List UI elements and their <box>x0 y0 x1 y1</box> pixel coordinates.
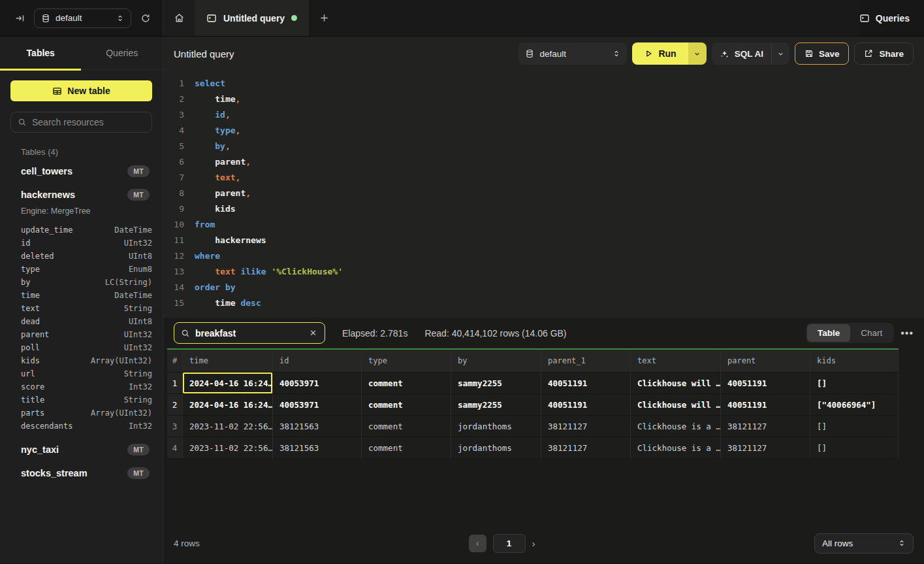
view-toggle-chart[interactable]: Chart <box>850 324 893 342</box>
results-search-input[interactable] <box>195 328 303 339</box>
code-line[interactable]: 9kids <box>163 201 924 217</box>
column-header[interactable]: # <box>167 350 183 373</box>
new-table-label: New table <box>67 86 110 96</box>
table-list-item[interactable]: hackernewsMT <box>10 183 152 207</box>
table-cell[interactable]: Clickhouse will … <box>631 394 721 416</box>
home-tab-button[interactable] <box>163 0 195 36</box>
table-cell[interactable]: [] <box>810 416 899 437</box>
table-cell[interactable]: comment <box>362 437 451 459</box>
table-cell[interactable]: jordanthoms <box>451 416 541 437</box>
new-tab-button[interactable] <box>309 0 339 36</box>
code-token: select <box>195 78 225 88</box>
row-index[interactable]: 2 <box>167 394 183 416</box>
table-cell[interactable]: 38121127 <box>721 437 810 459</box>
code-line[interactable]: 7text, <box>163 170 924 186</box>
table-cell[interactable]: Clickhouse is a … <box>631 437 721 459</box>
table-cell[interactable]: sammy2255 <box>451 373 541 394</box>
sidebar-tab-tables[interactable]: Tables <box>0 37 82 69</box>
table-cell[interactable]: comment <box>362 416 451 437</box>
table-cell[interactable]: 38121127 <box>721 416 810 437</box>
table-cell[interactable]: 40051191 <box>721 394 810 416</box>
run-options-button[interactable] <box>688 42 707 65</box>
sidebar-tab-queries[interactable]: Queries <box>82 37 163 69</box>
code-line[interactable]: 3id, <box>163 107 924 123</box>
sidebar-search-input[interactable] <box>32 117 145 127</box>
new-table-button[interactable]: New table <box>10 80 152 101</box>
column-header[interactable]: type <box>362 350 451 373</box>
collapse-sidebar-button[interactable] <box>12 10 27 26</box>
previous-page-button[interactable]: ‹ <box>469 535 486 552</box>
sql-ai-options-button[interactable] <box>771 42 789 65</box>
table-cell[interactable]: 40053971 <box>273 373 362 394</box>
table-cell[interactable]: sammy2255 <box>451 394 541 416</box>
code-line[interactable]: 11hackernews <box>163 233 924 248</box>
table-cell[interactable]: 38121563 <box>273 437 362 459</box>
code-line[interactable]: 6parent, <box>163 154 924 170</box>
table-cell[interactable]: 40051191 <box>541 394 631 416</box>
code-line[interactable]: 4type, <box>163 123 924 139</box>
row-index[interactable]: 4 <box>167 437 183 459</box>
tab-untitled-query[interactable]: Untitled query <box>195 0 309 36</box>
code-line[interactable]: 12where <box>163 248 924 264</box>
code-line[interactable]: 14order by <box>163 280 924 295</box>
table-list-item[interactable]: nyc_taxiMT <box>10 438 152 461</box>
clear-search-button[interactable]: ✕ <box>308 327 318 339</box>
chevron-down-icon <box>777 50 784 58</box>
sql-editor[interactable]: 1select2time,3id,4type,5by,6parent,7text… <box>163 71 924 318</box>
save-button[interactable]: Save <box>795 42 850 65</box>
table-cell[interactable]: Clickhouse will … <box>631 373 721 394</box>
code-token: text <box>215 267 235 276</box>
row-index[interactable]: 1 <box>167 373 183 394</box>
table-cell[interactable]: 40053971 <box>273 394 362 416</box>
queries-button[interactable]: Queries <box>859 13 910 24</box>
table-cell[interactable]: 2023-11-02 22:56… <box>183 416 273 437</box>
chevron-updown-icon <box>116 14 124 22</box>
column-header[interactable]: text <box>631 350 721 373</box>
code-line[interactable]: 2time, <box>163 91 924 107</box>
page-size-selector[interactable]: All rows <box>814 533 914 554</box>
table-cell[interactable]: 38121127 <box>541 416 631 437</box>
more-options-button[interactable]: ••• <box>900 327 914 339</box>
current-page-indicator[interactable]: 1 <box>493 534 526 553</box>
column-header[interactable]: by <box>451 350 541 373</box>
view-toggle-table[interactable]: Table <box>807 324 850 342</box>
table-cell[interactable]: 40051191 <box>721 373 810 394</box>
database-selector[interactable]: default <box>34 8 131 28</box>
refresh-button[interactable] <box>138 10 153 26</box>
column-header[interactable]: time <box>183 350 273 373</box>
table-cell[interactable]: 38121563 <box>273 416 362 437</box>
code-line[interactable]: 15time desc <box>163 295 924 311</box>
column-header[interactable]: parent_1 <box>541 350 631 373</box>
field-name: url <box>21 367 35 380</box>
code-line[interactable]: 13text ilike '%ClickHouse%' <box>163 264 924 280</box>
code-line[interactable]: 1select <box>163 76 924 91</box>
table-cell[interactable]: 2024-04-16 16:24… <box>183 394 273 416</box>
sql-ai-button[interactable]: SQL AI <box>712 49 771 59</box>
table-cell[interactable]: 2023-11-02 22:56… <box>183 437 273 459</box>
code-line[interactable]: 5by, <box>163 139 924 154</box>
code-content: parent, <box>184 186 251 201</box>
table-cell[interactable]: 40051191 <box>541 373 631 394</box>
query-database-selector[interactable]: default <box>518 42 627 65</box>
code-line[interactable]: 10from <box>163 217 924 233</box>
share-button[interactable]: Share <box>854 42 914 65</box>
table-cell[interactable]: jordanthoms <box>451 437 541 459</box>
row-index[interactable]: 3 <box>167 416 183 437</box>
run-button[interactable]: Run <box>632 42 688 65</box>
chevron-right-icon: › <box>532 538 535 549</box>
next-page-button[interactable]: › <box>532 538 535 549</box>
column-header[interactable]: parent <box>721 350 810 373</box>
table-cell[interactable]: 2024-04-16 16:24… <box>183 373 273 394</box>
table-cell[interactable]: 38121127 <box>541 437 631 459</box>
table-cell[interactable]: ["40066964"] <box>810 394 899 416</box>
table-list-item[interactable]: stocks_streamMT <box>10 461 152 485</box>
table-list-item[interactable]: cell_towersMT <box>10 159 152 183</box>
table-cell[interactable]: [] <box>810 373 899 394</box>
table-cell[interactable]: comment <box>362 394 451 416</box>
code-line[interactable]: 8parent, <box>163 186 924 201</box>
table-cell[interactable]: comment <box>362 373 451 394</box>
table-cell[interactable]: Clickhouse is a … <box>631 416 721 437</box>
column-header[interactable]: id <box>273 350 362 373</box>
table-cell[interactable]: [] <box>810 437 899 459</box>
column-header[interactable]: kids <box>810 350 899 373</box>
